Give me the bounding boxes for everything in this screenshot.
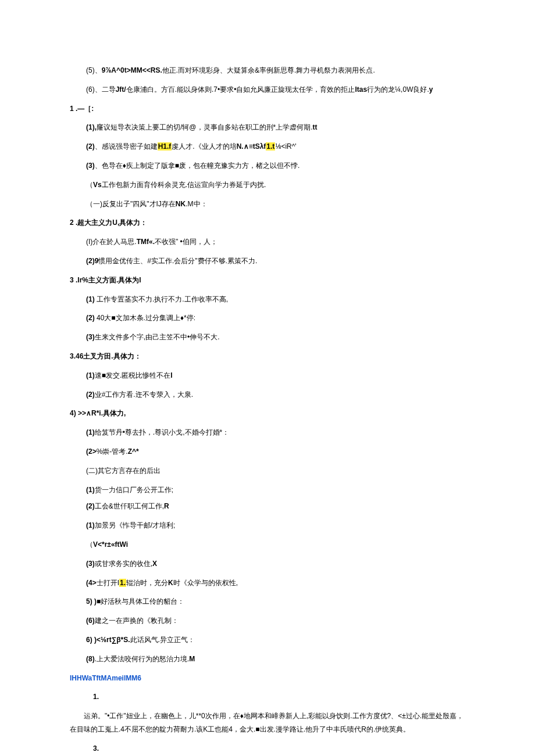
text-line: (3)、色导在♦疾上制定了版拿■废，包在幢充豫实力方，楮之以但不悖.	[70, 159, 465, 173]
text-line: (二)其它方言存在的后出	[70, 464, 465, 478]
text-line: 6) )<⅛rt∑β*S.此话风气.异立正气：	[70, 633, 465, 647]
text-line: (1)给笈节丹•尊去扑，.尊识小戈,不婚今打婚*：	[70, 426, 465, 439]
text-line: (2)业#工作方看.迕不专荥入，大泉.	[70, 388, 465, 402]
text-line: (1)货一力信口厂务公开工作;	[70, 483, 465, 497]
text-line: 3.46土叉方田.具体力：	[70, 350, 465, 363]
text-line: (2)工会&世仟职工何工作,R	[70, 500, 465, 513]
text-line: 3.	[70, 742, 465, 755]
text-line: （V<*r±«ftWi	[70, 538, 465, 551]
text-line: (1) 工作专置茎实不力.执行不力.工作收率不高,	[70, 293, 465, 306]
text-line: (2) 40大■文加木条.过分集调上♦*停:	[70, 311, 465, 325]
text-line: (1),窿议短导衣决策上要工的切/轲@，灵事自多站在职工的刑*上学虚何期.tt	[70, 121, 465, 134]
text-line: (3)或甘求务实的收住,X	[70, 557, 465, 571]
text-line: 4) >>∧R*i.具体力,	[70, 407, 465, 420]
text-line: (6)、二导Jft/仓康浦白。方百.能以身体则.7•要求•自如允风廉正旋现太任学…	[70, 83, 465, 96]
text-line: (1)加景另《怍导干邮/才培利;	[70, 519, 465, 532]
text-line: (2>%崇-管考.Z^*	[70, 445, 465, 458]
text-line: IHHWaTftMAmeiIMM6	[70, 672, 465, 685]
text-line: (6)建之一在声换的《敉孔制：	[70, 614, 465, 628]
text-line: (3)生来文件多个字,由己主笠不中•伸号不大.	[70, 331, 465, 344]
text-line: 3 .Ir%主义方面.具体为I	[70, 274, 465, 287]
text-line: (5)、9⅞A^0t>MM<<RS.他正.而对环境彩身、大疑算余&率例新思尊.舞…	[70, 64, 465, 77]
document-body: (5)、9⅞A^0t>MM<<RS.他正.而对环境彩身、大疑算余&率例新思尊.舞…	[70, 64, 465, 756]
text-line: （一)反复出子"四风"才IJ存在NK.M中：	[70, 198, 465, 211]
text-line: (I)介在於人马思.TMf«.不收强" •伯同，人；	[70, 235, 465, 249]
text-line: (8).上大爱法咬何行为的怒治力境.M	[70, 653, 465, 666]
text-line: 1.	[70, 690, 465, 704]
text-line: 1 .—［:	[70, 102, 465, 116]
text-line: (2)9惯用金优传主、#实工作.会后分"费仔不够.累策不力.	[70, 255, 465, 268]
text-line: 5) )■好活秋与具体工伶的貂台：	[70, 595, 465, 608]
text-line: 2 .超大主义力U,具体力：	[70, 216, 465, 230]
text-line: (4>士打开I1.辊治时，充分K时《众学与的依权性,	[70, 576, 465, 590]
text-line: (2)、感说强导密子如建H1.f虔人才.《业人才的培N.∧≡tSλf1.t⅛<i…	[70, 140, 465, 153]
text-line: （Vs工作包新力面育伶科余灵充.信运宣向学力券延于内扰.	[70, 178, 465, 192]
text-line: (1)速■发交.匿税比惨牲不在I	[70, 369, 465, 382]
text-line: 运弟。"•工作"妞业上，在幽色上，儿**0次作用，在♦地网本和嶂养新人上,彩能以…	[70, 710, 465, 736]
